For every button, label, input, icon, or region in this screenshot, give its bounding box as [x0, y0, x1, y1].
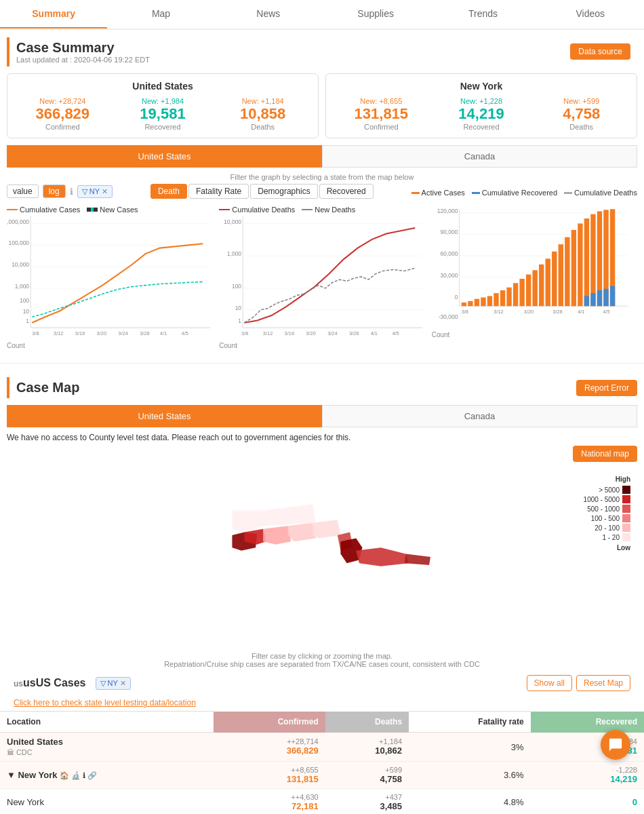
location-cell: ▼ New York 🏠 🔬 ℹ 🔗 — [0, 762, 214, 789]
table-row: New York ++4,630 72,181 +437 3,485 4.8%0 — [0, 789, 644, 815]
chart1-count-label: Count — [7, 342, 212, 349]
chart3-count-label: Count — [432, 331, 637, 338]
us-deaths-new: New: +1,184 — [214, 97, 311, 105]
demographics-tab[interactable]: Demographics — [250, 184, 317, 199]
cases-table: Location Confirmed Deaths Fatality rate … — [0, 711, 644, 814]
cumulative-recovered-label: Cumulative Recovered — [482, 189, 557, 197]
ny-panel-title: New York — [333, 81, 630, 92]
confirmed-cell: ++4,630 72,181 — [214, 789, 325, 815]
svg-text:1,000,000: 1,000,000 — [7, 218, 29, 225]
us-recovered-label: Recovered — [115, 123, 212, 131]
toggle-us[interactable]: United States — [7, 145, 322, 168]
us-confirmed-new: New: +28,724 — [14, 97, 111, 105]
svg-rect-61 — [526, 275, 531, 307]
svg-rect-55 — [487, 296, 491, 306]
svg-rect-73 — [584, 296, 588, 306]
table-header-row: ususUS Cases ▽ NY ✕ Show all Reset Map — [14, 675, 630, 691]
ny-confirmed-value: 131,815 — [333, 105, 430, 123]
svg-marker-92 — [263, 504, 316, 526]
svg-rect-75 — [597, 290, 601, 306]
toggle-canada[interactable]: Canada — [322, 145, 637, 168]
remove-table-ny-filter[interactable]: ✕ — [120, 679, 126, 688]
ny-recovered-new: New: +1,228 — [433, 97, 530, 105]
svg-text:10: 10 — [23, 308, 30, 315]
value-btn[interactable]: value — [7, 185, 39, 198]
svg-marker-97 — [405, 554, 430, 564]
active-cases-chart: 120,000 90,000 60,000 30,000 0 — [432, 206, 637, 349]
location-cell: New York — [0, 789, 214, 815]
svg-text:3/12: 3/12 — [263, 330, 273, 336]
svg-rect-69 — [578, 223, 582, 306]
report-error-button[interactable]: Report Error — [576, 380, 637, 396]
table-title: ususUS Cases — [14, 677, 86, 689]
svg-text:3/20: 3/20 — [97, 330, 106, 336]
ny-confirmed-new: New: +8,655 — [333, 97, 430, 105]
svg-rect-66 — [558, 244, 563, 306]
svg-text:3/12: 3/12 — [54, 330, 63, 336]
region-toggle: United States Canada — [7, 145, 637, 168]
cumulative-deaths-label: Cumulative Deaths — [574, 189, 637, 197]
cumulative-deaths-legend: Cumulative Deaths — [564, 189, 637, 197]
svg-text:3/28: 3/28 — [349, 330, 359, 336]
deaths-chart-svg: 10,000 1,000 100 10 1 3/8 3/12 3/16 3/20… — [219, 216, 424, 338]
filter-icon: ▽ — [82, 187, 87, 196]
page-title: Case Summary — [16, 40, 150, 56]
death-tab[interactable]: Death — [150, 184, 187, 199]
svg-marker-93 — [232, 510, 263, 532]
svg-marker-96 — [356, 547, 409, 566]
svg-rect-52 — [468, 301, 472, 306]
chat-bubble[interactable] — [601, 730, 630, 760]
ny-recovered-value: 14,219 — [433, 105, 530, 123]
chart-controls: value log ℹ ▽ NY ✕ — [7, 185, 113, 198]
national-map-button[interactable]: National map — [573, 446, 637, 462]
show-all-button[interactable]: Show all — [527, 675, 572, 691]
us-confirmed-stat: New: +28,724 366,829 Confirmed — [14, 97, 111, 131]
info-icon[interactable]: ℹ — [70, 187, 73, 197]
location-header: Location — [0, 712, 214, 733]
table-ny-badge: ▽ NY ✕ — [96, 677, 131, 690]
test-data-link[interactable]: Click here to check state level testing … — [14, 698, 630, 708]
us-confirmed-value: 366,829 — [14, 105, 111, 123]
svg-rect-70 — [584, 218, 588, 306]
ny-deaths-label: Deaths — [533, 123, 630, 131]
nav-map[interactable]: Map — [107, 0, 214, 28]
nav-trends[interactable]: Trends — [429, 0, 536, 28]
svg-text:100: 100 — [20, 297, 29, 304]
remove-ny-filter[interactable]: ✕ — [102, 187, 108, 196]
nav-supplies[interactable]: Supplies — [322, 0, 429, 28]
svg-text:90,000: 90,000 — [440, 229, 458, 235]
chart3-legend: Active Cases Cumulative Recovered Cumula… — [411, 189, 637, 197]
recovered-tab[interactable]: Recovered — [319, 184, 374, 199]
fatality-tab[interactable]: Fatality Rate — [188, 184, 249, 199]
filter-note: Filter the graph by selecting a state fr… — [7, 173, 637, 181]
svg-marker-91 — [313, 520, 340, 538]
svg-text:3/24: 3/24 — [327, 330, 337, 336]
log-btn[interactable]: log — [43, 185, 66, 198]
navigation: Summary Map News Supplies Trends Videos — [0, 0, 644, 30]
confirmed-cell: ++28,714 366,829 — [214, 733, 325, 762]
nav-summary[interactable]: Summary — [0, 0, 107, 28]
svg-text:10: 10 — [235, 305, 242, 311]
reset-map-button[interactable]: Reset Map — [576, 675, 630, 691]
map-legend: High > 5000 1000 - 5000 500 - 1000 100 -… — [584, 476, 630, 551]
map-toggle-us[interactable]: United States — [7, 405, 322, 427]
data-source-button[interactable]: Data source — [570, 43, 630, 60]
cases-chart: Cumulative Cases New Cases 1,000,000 100… — [7, 206, 212, 349]
us-recovered-new: New: +1,984 — [115, 97, 212, 105]
map-filter-note2: Repatriation/Cruise ship cases are separ… — [7, 660, 637, 668]
fatality-header: Fatality rate — [409, 712, 531, 733]
svg-text:3/8: 3/8 — [461, 309, 468, 315]
ny-deaths-stat: New: +599 4,758 Deaths — [533, 97, 630, 131]
svg-rect-74 — [590, 293, 595, 306]
map-filter-note1: Filter case by clicking or zooming the m… — [7, 652, 637, 660]
nav-videos[interactable]: Videos — [537, 0, 644, 28]
active-cases-label: Active Cases — [422, 189, 465, 197]
svg-text:3/24: 3/24 — [118, 330, 127, 336]
nav-news[interactable]: News — [215, 0, 322, 28]
svg-text:3/28: 3/28 — [140, 330, 149, 336]
svg-marker-90 — [288, 523, 316, 541]
no-county-message: We have no access to County level test d… — [7, 433, 637, 442]
ny-map-container[interactable]: High > 5000 1000 - 5000 500 - 1000 100 -… — [7, 469, 637, 645]
table-row: United States🏛 CDC ++28,714 366,829 +1,1… — [0, 733, 644, 762]
map-toggle-canada[interactable]: Canada — [322, 405, 637, 427]
